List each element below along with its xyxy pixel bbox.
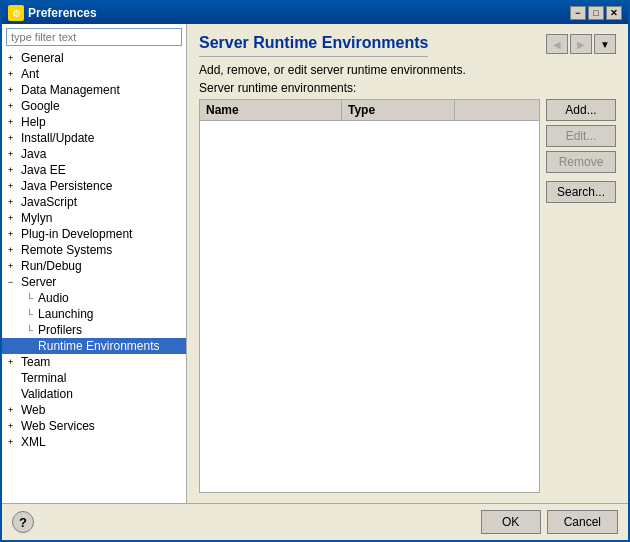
sidebar-item-launching[interactable]: └ Launching <box>2 306 186 322</box>
col-type-header: Type <box>342 100 455 120</box>
sidebar-item-label: Java Persistence <box>21 179 112 193</box>
expand-icon: + <box>8 149 18 159</box>
preferences-window: ⚙ Preferences − □ ✕ + General <box>0 0 630 542</box>
expand-icon: + <box>8 181 18 191</box>
remove-button[interactable]: Remove <box>546 151 616 173</box>
cancel-button[interactable]: Cancel <box>547 510 618 534</box>
ok-button[interactable]: OK <box>481 510 541 534</box>
sidebar-item-google[interactable]: + Google <box>2 98 186 114</box>
title-bar-left: ⚙ Preferences <box>8 5 97 21</box>
data-table: Name Type <box>199 99 540 493</box>
connector-icon: └ <box>26 325 33 336</box>
sidebar-item-remote-systems[interactable]: + Remote Systems <box>2 242 186 258</box>
add-button[interactable]: Add... <box>546 99 616 121</box>
expand-icon: + <box>8 229 18 239</box>
expand-icon: + <box>8 197 18 207</box>
sidebar-item-label: Remote Systems <box>21 243 112 257</box>
sidebar-item-mylyn[interactable]: + Mylyn <box>2 210 186 226</box>
sidebar-item-data-management[interactable]: + Data Management <box>2 82 186 98</box>
sidebar-item-label: Web Services <box>21 419 95 433</box>
table-area: Name Type Add... Edit... Remove Search..… <box>199 99 616 493</box>
sidebar-item-runtime-environments[interactable]: └ Runtime Environments <box>2 338 186 354</box>
help-button[interactable]: ? <box>12 511 34 533</box>
connector-icon: └ <box>26 309 33 320</box>
minimize-button[interactable]: − <box>570 6 586 20</box>
bottom-bar: ? OK Cancel <box>2 503 628 540</box>
sidebar-item-label: Server <box>21 275 56 289</box>
expand-icon: − <box>8 277 18 287</box>
main-content: + General + Ant + Data Management <box>2 24 628 503</box>
sidebar-item-server[interactable]: − Server <box>2 274 186 290</box>
sidebar-item-label: JavaScript <box>21 195 77 209</box>
forward-button[interactable]: ▶ <box>570 34 592 54</box>
expand-icon: + <box>8 213 18 223</box>
nav-dropdown-button[interactable]: ▼ <box>594 34 616 54</box>
sidebar-item-ant[interactable]: + Ant <box>2 66 186 82</box>
table-body <box>200 121 539 492</box>
sidebar-item-label: Help <box>21 115 46 129</box>
right-panel: Server Runtime Environments ◀ ▶ ▼ Add, r… <box>187 24 628 503</box>
sidebar-item-terminal[interactable]: Terminal <box>2 370 186 386</box>
close-button[interactable]: ✕ <box>606 6 622 20</box>
expand-icon: + <box>8 245 18 255</box>
expand-icon: + <box>8 85 18 95</box>
sidebar-item-label: Mylyn <box>21 211 52 225</box>
sidebar-item-java[interactable]: + Java <box>2 146 186 162</box>
sidebar-item-web-services[interactable]: + Web Services <box>2 418 186 434</box>
expand-icon: + <box>8 117 18 127</box>
sidebar-item-label: Runtime Environments <box>38 339 159 353</box>
col-name-header: Name <box>200 100 342 120</box>
sidebar-item-label: Google <box>21 99 60 113</box>
window-body: + General + Ant + Data Management <box>2 24 628 540</box>
sidebar-item-label: Ant <box>21 67 39 81</box>
sidebar-item-java-persistence[interactable]: + Java Persistence <box>2 178 186 194</box>
expand-icon: + <box>8 133 18 143</box>
expand-icon: + <box>8 69 18 79</box>
search-button[interactable]: Search... <box>546 181 616 203</box>
window-icon: ⚙ <box>8 5 24 21</box>
sidebar-item-plug-in-development[interactable]: + Plug-in Development <box>2 226 186 242</box>
expand-icon: + <box>8 421 18 431</box>
sidebar-item-label: Profilers <box>38 323 82 337</box>
sidebar-item-java-ee[interactable]: + Java EE <box>2 162 186 178</box>
expand-icon: + <box>8 53 18 63</box>
sub-label: Server runtime environments: <box>199 81 616 95</box>
action-buttons: Add... Edit... Remove Search... <box>546 99 616 493</box>
sidebar-item-run-debug[interactable]: + Run/Debug <box>2 258 186 274</box>
connector-icon: └ <box>26 293 33 304</box>
description-text: Add, remove, or edit server runtime envi… <box>199 63 616 77</box>
window-controls: − □ ✕ <box>570 6 622 20</box>
sidebar-item-install-update[interactable]: + Install/Update <box>2 130 186 146</box>
sidebar-item-validation[interactable]: Validation <box>2 386 186 402</box>
expand-icon: + <box>8 357 18 367</box>
maximize-button[interactable]: □ <box>588 6 604 20</box>
connector-icon: └ <box>26 341 33 352</box>
ok-cancel-buttons: OK Cancel <box>481 510 618 534</box>
sidebar-item-label: Install/Update <box>21 131 94 145</box>
sidebar-item-label: Launching <box>38 307 93 321</box>
expand-icon: + <box>8 101 18 111</box>
col-extra-header <box>455 100 539 120</box>
sidebar-item-javascript[interactable]: + JavaScript <box>2 194 186 210</box>
filter-input[interactable] <box>6 28 182 46</box>
panel-title: Server Runtime Environments <box>199 34 428 57</box>
sidebar-item-label: Java EE <box>21 163 66 177</box>
sidebar-item-label: Plug-in Development <box>21 227 132 241</box>
window-title: Preferences <box>28 6 97 20</box>
sidebar-item-label: Team <box>21 355 50 369</box>
edit-button[interactable]: Edit... <box>546 125 616 147</box>
sidebar-item-label: XML <box>21 435 46 449</box>
sidebar-item-label: Data Management <box>21 83 120 97</box>
sidebar-item-label: General <box>21 51 64 65</box>
title-bar: ⚙ Preferences − □ ✕ <box>2 2 628 24</box>
sidebar-item-audio[interactable]: └ Audio <box>2 290 186 306</box>
sidebar-item-profilers[interactable]: └ Profilers <box>2 322 186 338</box>
sidebar-item-help[interactable]: + Help <box>2 114 186 130</box>
sidebar-item-general[interactable]: + General <box>2 50 186 66</box>
sidebar-item-team[interactable]: + Team <box>2 354 186 370</box>
sidebar-item-xml[interactable]: + XML <box>2 434 186 450</box>
table-header: Name Type <box>200 100 539 121</box>
back-button[interactable]: ◀ <box>546 34 568 54</box>
sidebar-item-web[interactable]: + Web <box>2 402 186 418</box>
tree: + General + Ant + Data Management <box>2 50 186 503</box>
